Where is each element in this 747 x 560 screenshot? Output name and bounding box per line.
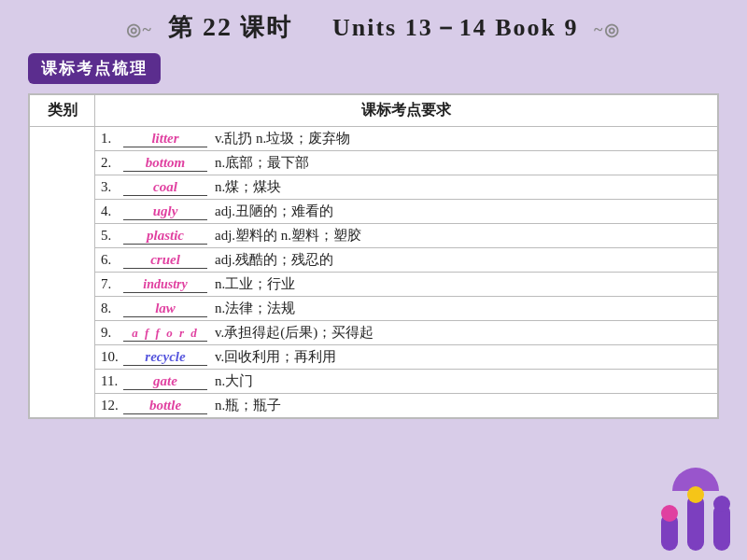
- word-definition: n.法律；法规: [215, 300, 295, 317]
- table-row: 1.litterv.乱扔 n.垃圾；废弃物: [30, 127, 718, 151]
- vocabulary-word: ugly: [123, 203, 207, 220]
- sub-header: 课标考点梳理: [28, 53, 719, 84]
- row-inner: 11.gaten.大门: [101, 371, 712, 391]
- content-cell: 3.coaln.煤；煤块: [95, 175, 718, 200]
- word-definition: adj.残酷的；残忍的: [215, 251, 333, 269]
- row-inner: 1.litterv.乱扔 n.垃圾；废弃物: [101, 129, 712, 148]
- units-label: Units 13－14 Book 9: [332, 14, 579, 41]
- word-definition: adj.塑料的 n.塑料；塑胶: [215, 227, 361, 245]
- row-inner: 9.a f f o r dv.承担得起(后果)；买得起: [101, 323, 712, 343]
- content-cell: 12.bottlen.瓶；瓶子: [95, 394, 718, 418]
- deco-circle-tall: [687, 495, 704, 551]
- vocabulary-word: law: [123, 301, 207, 317]
- row-inner: 8.lawn.法律；法规: [101, 299, 712, 318]
- vocabulary-word: gate: [123, 373, 207, 390]
- lesson-number: 22: [203, 12, 233, 41]
- swirl-right-icon: ~◎: [594, 20, 621, 40]
- row-inner: 2.bottomn.底部；最下部: [101, 153, 712, 173]
- vocabulary-word: recycle: [123, 349, 207, 366]
- content-cell: 1.litterv.乱扔 n.垃圾；废弃物: [95, 127, 718, 151]
- word-definition: n.瓶；瓶子: [215, 397, 281, 414]
- page: ◎~ 第 22 课时 Units 13－14 Book 9 ~◎ 课标考点梳理 …: [0, 0, 747, 560]
- table-row: 4.uglyadj.丑陋的；难看的: [30, 200, 718, 224]
- row-inner: 12.bottlen.瓶；瓶子: [101, 396, 712, 415]
- row-number: 7.: [101, 276, 121, 292]
- word-definition: n.工业；行业: [215, 275, 295, 293]
- row-number: 2.: [101, 155, 121, 171]
- lesson-label: 第: [168, 14, 194, 41]
- table-row: 2.bottomn.底部；最下部: [30, 151, 718, 175]
- word-definition: adj.丑陋的；难看的: [215, 203, 333, 220]
- col-content-header: 课标考点要求: [95, 95, 718, 127]
- header: ◎~ 第 22 课时 Units 13－14 Book 9 ~◎: [0, 0, 747, 51]
- row-number: 11.: [101, 373, 121, 389]
- content-cell: 11.gaten.大门: [95, 370, 718, 394]
- word-definition: n.煤；煤块: [215, 178, 281, 196]
- row-inner: 6.crueladj.残酷的；残忍的: [101, 250, 712, 270]
- content-cell: 4.uglyadj.丑陋的；难看的: [95, 200, 718, 224]
- row-inner: 10.recyclev.回收利用；再利用: [101, 347, 712, 367]
- content-cell: 9.a f f o r dv.承担得起(后果)；买得起: [95, 321, 718, 345]
- content-cell: 6.crueladj.残酷的；残忍的: [95, 248, 718, 273]
- row-number: 12.: [101, 398, 121, 413]
- content-cell: 2.bottomn.底部；最下部: [95, 151, 718, 175]
- swirl-left-icon: ◎~: [126, 20, 153, 40]
- word-definition: v.乱扔 n.垃圾；废弃物: [215, 130, 350, 147]
- word-definition: v.承担得起(后果)；买得起: [215, 324, 374, 342]
- vocabulary-word: bottle: [123, 398, 207, 414]
- page-title: ◎~ 第 22 课时 Units 13－14 Book 9 ~◎: [119, 14, 629, 41]
- table-row: 8.lawn.法律；法规: [30, 297, 718, 321]
- vocabulary-word: litter: [123, 131, 207, 147]
- row-inner: 3.coaln.煤；煤块: [101, 177, 712, 197]
- row-number: 10.: [101, 349, 121, 365]
- content-cell: 7.industryn.工业；行业: [95, 273, 718, 297]
- row-number: 6.: [101, 252, 121, 268]
- row-number: 3.: [101, 179, 121, 195]
- badge-label: 课标考点梳理: [28, 53, 161, 84]
- row-inner: 5.plasticadj.塑料的 n.塑料；塑胶: [101, 226, 712, 245]
- row-number: 9.: [101, 325, 121, 341]
- content-cell: 10.recyclev.回收利用；再利用: [95, 345, 718, 370]
- lesson-unit: 课时: [240, 14, 292, 41]
- content-cell: 8.lawn.法律；法规: [95, 297, 718, 321]
- deco-circles: [661, 495, 730, 551]
- category-cell: [30, 127, 95, 418]
- row-inner: 4.uglyadj.丑陋的；难看的: [101, 202, 712, 221]
- table-row: 10.recyclev.回收利用；再利用: [30, 345, 718, 370]
- table-row: 7.industryn.工业；行业: [30, 273, 718, 297]
- vocabulary-word: coal: [123, 179, 207, 196]
- vocabulary-word: industry: [123, 277, 207, 293]
- row-number: 1.: [101, 131, 121, 147]
- col-category-header: 类别: [30, 95, 95, 127]
- row-inner: 7.industryn.工业；行业: [101, 274, 712, 294]
- row-number: 8.: [101, 301, 121, 316]
- main-content: 类别 课标考点要求 1.litterv.乱扔 n.垃圾；废弃物2.bottomn…: [28, 93, 719, 419]
- row-number: 4.: [101, 203, 121, 219]
- vocabulary-word: plastic: [123, 228, 207, 245]
- decoration-bottom-right: [661, 468, 730, 551]
- vocabulary-word: a f f o r d: [123, 326, 207, 342]
- table-row: 3.coaln.煤；煤块: [30, 175, 718, 200]
- vocabulary-word: bottom: [123, 155, 207, 172]
- table-row: 6.crueladj.残酷的；残忍的: [30, 248, 718, 273]
- vocabulary-word: cruel: [123, 252, 207, 269]
- table-row: 11.gaten.大门: [30, 370, 718, 394]
- word-definition: v.回收利用；再利用: [215, 348, 336, 366]
- word-definition: n.大门: [215, 372, 253, 390]
- deco-circle-medium: [713, 504, 730, 551]
- table-row: 5.plasticadj.塑料的 n.塑料；塑胶: [30, 224, 718, 248]
- vocab-table: 类别 课标考点要求 1.litterv.乱扔 n.垃圾；废弃物2.bottomn…: [29, 94, 718, 418]
- table-row: 9.a f f o r dv.承担得起(后果)；买得起: [30, 321, 718, 345]
- table-row: 12.bottlen.瓶；瓶子: [30, 394, 718, 418]
- word-definition: n.底部；最下部: [215, 154, 309, 172]
- row-number: 5.: [101, 228, 121, 244]
- deco-circle-short: [661, 513, 678, 551]
- content-cell: 5.plasticadj.塑料的 n.塑料；塑胶: [95, 224, 718, 248]
